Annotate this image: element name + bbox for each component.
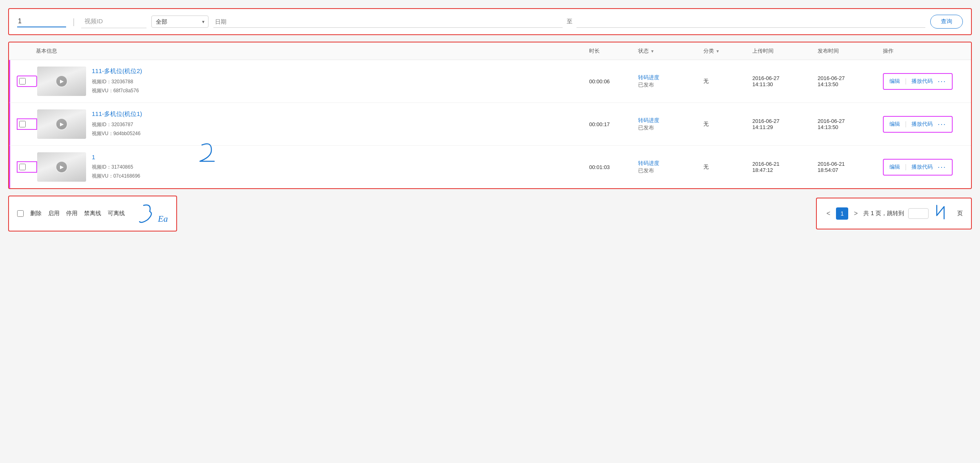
row-2-status: 转码进度 已发布 <box>638 117 703 131</box>
page-jump-input[interactable] <box>908 208 929 219</box>
col-category[interactable]: 分类 ▼ <box>703 47 752 55</box>
row-2-edit-btn[interactable]: 编辑 <box>889 120 900 128</box>
date-start-input[interactable] <box>213 16 562 28</box>
row-2-checkbox-wrap <box>17 118 37 130</box>
row-3-publish-time: 2016-06-21 18:54:07 <box>818 161 883 173</box>
prev-page-btn[interactable]: < <box>825 210 832 217</box>
category-sort-icon: ▼ <box>716 49 720 53</box>
row-2-video-vu: 视频VU：9d4bb05246 <box>92 129 589 138</box>
row-2-play-btn[interactable]: ▶ <box>55 118 68 130</box>
handwriting-4 <box>933 203 953 224</box>
row-2-code-btn[interactable]: 播放代码 <box>911 120 933 128</box>
row-3-actions-box: 编辑 | 播放代码 ··· <box>883 159 953 176</box>
row-3-video-id: 视频ID：31740865 <box>92 163 589 172</box>
col-basic-info: 基本信息 <box>36 47 589 55</box>
row-2-thumbnail[interactable]: ▶ <box>37 109 86 139</box>
next-page-btn[interactable]: > <box>852 210 859 217</box>
row-2-checkbox[interactable] <box>19 121 26 127</box>
ban-offline-btn[interactable]: 禁离线 <box>84 210 101 217</box>
row-2-video-details: 111-多机位(机位1) 视频ID：32036787 视频VU：9d4bb052… <box>92 110 589 138</box>
date-range: 至 <box>213 16 925 28</box>
row-2-title[interactable]: 111-多机位(机位1) <box>92 110 589 118</box>
row-3-thumbnail[interactable]: ▶ <box>37 152 86 182</box>
col-actions: 操作 <box>883 47 964 55</box>
row-3-status-line2: 已发布 <box>638 167 703 174</box>
handwriting-annotation: Ea <box>135 201 168 226</box>
row-1-checkbox-wrap <box>17 76 37 87</box>
row-1-video-vu: 视频VU：68f7c8a576 <box>92 87 589 96</box>
row-1-edit-btn[interactable]: 编辑 <box>889 78 900 85</box>
row-2-divider: | <box>905 120 907 128</box>
col-duration: 时长 <box>589 47 638 55</box>
bottom-bar: 删除 启用 停用 禁离线 可离线 Ea < 1 > 共 1 页，跳转到 页 <box>8 196 972 232</box>
row-3-checkbox[interactable] <box>19 164 26 170</box>
row-1-upload-time: 2016-06-27 14:11:30 <box>752 75 818 87</box>
row-3-duration: 00:01:03 <box>589 164 638 170</box>
row-1-title[interactable]: 111-多机位(机位2) <box>92 67 589 75</box>
row-2-status-line2: 已发布 <box>638 124 703 131</box>
table-row: ▶ 111-多机位(机位1) 视频ID：32036787 视频VU：9d4bb0… <box>9 103 971 146</box>
row-3-video-vu: 视频VU：07c4168696 <box>92 172 589 181</box>
row-1-thumbnail[interactable]: ▶ <box>37 67 86 96</box>
enable-btn[interactable]: 启用 <box>48 210 60 217</box>
page-unit-label: 页 <box>957 210 963 217</box>
table-row: ▶ 1 视频ID：31740865 视频VU：07c4168696 00:01:… <box>9 146 971 188</box>
row-3-video-details: 1 视频ID：31740865 视频VU：07c4168696 <box>92 154 589 180</box>
row-1-video-id: 视频ID：32036788 <box>92 78 589 87</box>
row-1-checkbox[interactable] <box>19 78 26 85</box>
batch-actions: 删除 启用 停用 禁离线 可离线 Ea <box>8 196 177 232</box>
row-3-video-info: ▶ 1 视频ID：31740865 视频VU：07c4168696 <box>37 152 589 182</box>
row-3-play-btn[interactable]: ▶ <box>55 161 68 173</box>
row-3-category: 无 <box>703 163 752 171</box>
pagination: < 1 > 共 1 页，跳转到 页 <box>816 198 972 229</box>
video-table: 基本信息 时长 状态 ▼ 分类 ▼ 上传时间 发布时间 操作 ▶ 111-多机位… <box>8 42 972 189</box>
current-page-num[interactable]: 1 <box>836 207 848 220</box>
query-button[interactable]: 查询 <box>930 15 963 29</box>
delete-btn[interactable]: 删除 <box>30 210 42 217</box>
row-1-code-btn[interactable]: 播放代码 <box>911 78 933 85</box>
row-2-actions: 编辑 | 播放代码 ··· <box>883 116 964 133</box>
col-upload-time: 上传时间 <box>752 47 818 55</box>
col-status[interactable]: 状态 ▼ <box>638 47 703 55</box>
svg-text:Ea: Ea <box>157 214 168 224</box>
row-3-status: 转码进度 已发布 <box>638 160 703 174</box>
search-input-wrap <box>17 16 66 27</box>
video-id-field[interactable]: 视频ID <box>81 15 146 28</box>
row-1-status-line1: 转码进度 <box>638 74 703 81</box>
row-1-video-info: ▶ 111-多机位(机位2) 视频ID：32036788 视频VU：68f7c8… <box>37 67 589 96</box>
select-all-checkbox[interactable] <box>17 210 24 217</box>
row-1-duration: 00:00:06 <box>589 78 638 85</box>
row-1-more-btn[interactable]: ··· <box>938 77 946 86</box>
date-separator-label: 至 <box>567 18 572 25</box>
allow-offline-btn[interactable]: 可离线 <box>108 210 125 217</box>
row-3-status-line1: 转码进度 <box>638 160 703 167</box>
disable-btn[interactable]: 停用 <box>66 210 78 217</box>
row-3-title[interactable]: 1 <box>92 154 589 160</box>
row-3-upload-time: 2016-06-21 18:47:12 <box>752 161 818 173</box>
search-text-input[interactable] <box>17 16 58 27</box>
row-2-more-btn[interactable]: ··· <box>938 120 946 129</box>
row-1-actions-box: 编辑 | 播放代码 ··· <box>883 73 953 90</box>
row-3-more-btn[interactable]: ··· <box>938 163 946 171</box>
row-1-publish-time: 2016-06-27 14:13:50 <box>818 75 883 87</box>
status-sort-icon: ▼ <box>650 49 654 53</box>
table-row: ▶ 111-多机位(机位2) 视频ID：32036788 视频VU：68f7c8… <box>9 60 971 103</box>
col-publish-time: 发布时间 <box>818 47 883 55</box>
row-3-checkbox-wrap <box>17 161 37 173</box>
row-1-play-btn[interactable]: ▶ <box>55 75 68 87</box>
row-2-upload-time: 2016-06-27 14:11:29 <box>752 118 818 130</box>
category-select[interactable]: 全部 已发布 未发布 转码中 <box>151 16 208 28</box>
divider: | <box>73 17 75 27</box>
row-3-divider: | <box>905 163 907 171</box>
row-1-status: 转码进度 已发布 <box>638 74 703 89</box>
row-3-code-btn[interactable]: 播放代码 <box>911 163 933 171</box>
date-end-input[interactable] <box>576 16 925 28</box>
search-bar: | 视频ID 全部 已发布 未发布 转码中 至 查询 <box>8 8 972 35</box>
pagination-info: 共 1 页，跳转到 <box>863 210 904 217</box>
row-1-divider: | <box>905 78 907 85</box>
row-3-edit-btn[interactable]: 编辑 <box>889 163 900 171</box>
row-2-status-line1: 转码进度 <box>638 117 703 124</box>
table-header: 基本信息 时长 状态 ▼ 分类 ▼ 上传时间 发布时间 操作 <box>9 42 971 60</box>
row-2-duration: 00:00:17 <box>589 121 638 127</box>
row-3-actions: 编辑 | 播放代码 ··· <box>883 159 964 176</box>
